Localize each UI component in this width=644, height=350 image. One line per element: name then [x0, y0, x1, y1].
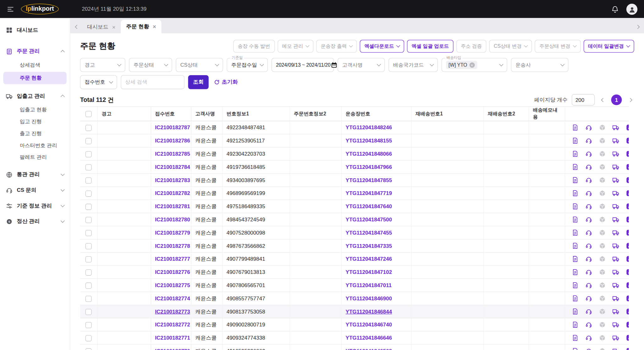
sidebar-item-pallet-mgmt[interactable]: 팔레트 관리: [0, 152, 70, 164]
receipt-link[interactable]: IC2100182787: [151, 121, 191, 134]
package-icon[interactable]: [599, 334, 606, 341]
filter-country-code[interactable]: 배송국가코드: [389, 58, 438, 72]
table-row[interactable]: IC2100182776캐윤스쿨4907679013813YTG11204184…: [80, 265, 629, 279]
receipt-link[interactable]: IC2100182773: [151, 305, 191, 318]
memo-icon[interactable]: [571, 347, 578, 350]
filter-carrier[interactable]: 운송사: [511, 58, 569, 72]
truck-icon[interactable]: [612, 242, 619, 249]
row-checkbox[interactable]: [86, 138, 92, 144]
headset-icon[interactable]: [585, 124, 592, 131]
row-checkbox[interactable]: [86, 164, 92, 170]
package-icon[interactable]: [599, 347, 606, 350]
row-checkbox[interactable]: [86, 282, 92, 289]
receipt-link[interactable]: IC2100182775: [151, 279, 191, 292]
table-row[interactable]: IC2100182780캐윤스쿨4984543724549YTG11204184…: [80, 213, 629, 226]
tracking-link[interactable]: YTG112041848246: [341, 121, 411, 134]
table-row[interactable]: IC2100182773캐윤스쿨4908137753058YTG11204184…: [80, 305, 629, 318]
prev-page-icon[interactable]: [599, 96, 607, 104]
sidebar-item-customs-mgmt[interactable]: 통관 관리: [0, 167, 70, 182]
column-header[interactable]: 운송장번호: [341, 107, 411, 121]
edit-icon[interactable]: [626, 295, 629, 302]
table-row[interactable]: IC2100182782캐윤스쿨4968969569199YTG11204184…: [80, 187, 629, 200]
excel-download-button[interactable]: 엑셀다운로드: [360, 40, 404, 52]
headset-icon[interactable]: [585, 203, 592, 210]
memo-icon[interactable]: [571, 124, 578, 131]
tracking-link[interactable]: YTG112041847335: [341, 239, 411, 253]
app-logo[interactable]: lplinkport: [21, 4, 59, 14]
edit-icon[interactable]: [626, 242, 629, 249]
headset-icon[interactable]: [585, 334, 592, 341]
edit-icon[interactable]: [626, 190, 629, 197]
row-checkbox[interactable]: [86, 243, 92, 249]
row-checkbox[interactable]: [86, 269, 92, 275]
headset-icon[interactable]: [585, 150, 592, 157]
truck-icon[interactable]: [612, 190, 619, 197]
truck-icon[interactable]: [612, 203, 619, 210]
edit-icon[interactable]: [626, 308, 629, 315]
table-row[interactable]: IC2100182771캐윤스쿨4909324774338YTG11204184…: [80, 331, 629, 344]
table-row[interactable]: IC2100182781캐윤스쿨4975186489335YTG11204184…: [80, 200, 629, 213]
package-icon[interactable]: [599, 295, 606, 302]
edit-icon[interactable]: [626, 137, 629, 144]
row-checkbox[interactable]: [86, 309, 92, 315]
table-row[interactable]: IC2100182783캐윤스쿨4934003897695YTG11204184…: [80, 174, 629, 187]
package-icon[interactable]: [599, 229, 606, 236]
memo-icon[interactable]: [571, 282, 578, 289]
reset-button[interactable]: 초기화: [214, 78, 238, 86]
sidebar-item-outbound-progress[interactable]: 출고 진행: [0, 128, 70, 140]
select-all-checkbox[interactable]: [86, 111, 92, 117]
manual-invoice-button[interactable]: 송장 수동 발번: [233, 40, 275, 52]
remove-icon[interactable]: ×: [469, 62, 475, 68]
search-input[interactable]: [121, 75, 184, 89]
receipt-link[interactable]: IC2100182772: [151, 318, 191, 331]
edit-icon[interactable]: [626, 269, 629, 275]
receipt-link[interactable]: IC2100182774: [151, 292, 191, 305]
headset-icon[interactable]: [585, 347, 592, 350]
memo-icon[interactable]: [571, 308, 578, 315]
column-header[interactable]: 접수번호: [151, 107, 191, 121]
data-bulk-change-button[interactable]: 데이터 일괄변경: [584, 40, 634, 52]
memo-icon[interactable]: [571, 164, 578, 170]
address-verify-button[interactable]: 주소 검증: [456, 40, 486, 52]
tracking-link[interactable]: YTG112041848066: [341, 147, 411, 160]
truck-icon[interactable]: [612, 255, 619, 262]
headset-icon[interactable]: [585, 190, 592, 197]
package-icon[interactable]: [599, 150, 606, 157]
memo-mgmt-button[interactable]: 메모 관리: [277, 40, 313, 52]
row-checkbox[interactable]: [86, 217, 92, 223]
tracking-link[interactable]: YTG112041846844: [341, 305, 411, 318]
column-header[interactable]: 재배송번호2: [483, 107, 529, 121]
row-checkbox[interactable]: [86, 335, 92, 341]
page-size-input[interactable]: [572, 94, 595, 106]
package-icon[interactable]: [599, 216, 606, 223]
sidebar-item-inout-status[interactable]: 입출고 현황: [0, 104, 70, 116]
table-row[interactable]: IC2100182784캐윤스쿨4919736618485YTG11204184…: [80, 160, 629, 174]
edit-icon[interactable]: [626, 229, 629, 236]
receipt-link[interactable]: IC2100182780: [151, 213, 191, 226]
sidebar-item-detail-search[interactable]: 상세검색: [0, 59, 70, 71]
memo-icon[interactable]: [571, 137, 578, 144]
column-header[interactable]: 경고: [97, 107, 151, 121]
edit-icon[interactable]: [626, 334, 629, 341]
column-header[interactable]: 고객사명: [191, 107, 222, 121]
cs-status-change-button[interactable]: CS상태 변경: [489, 40, 532, 52]
truck-icon[interactable]: [612, 124, 619, 131]
headset-icon[interactable]: [585, 308, 592, 315]
headset-icon[interactable]: [585, 321, 592, 328]
tab-order-status[interactable]: 주문 현황 ×: [121, 20, 161, 33]
truck-icon[interactable]: [612, 334, 619, 341]
receipt-link[interactable]: IC2100182784: [151, 160, 191, 174]
memo-icon[interactable]: [571, 203, 578, 210]
user-avatar[interactable]: [626, 3, 637, 14]
edit-icon[interactable]: [626, 150, 629, 157]
row-checkbox[interactable]: [86, 125, 92, 131]
table-row[interactable]: IC2100182770캐윤스쿨4910595926062YTG11204184…: [80, 344, 629, 350]
truck-icon[interactable]: [612, 137, 619, 144]
package-icon[interactable]: [599, 203, 606, 210]
tracking-link[interactable]: YTG112041846568: [341, 344, 411, 350]
edit-icon[interactable]: [626, 203, 629, 210]
table-row[interactable]: IC2100182787캐윤스쿨4922348487481YTG11204184…: [80, 121, 629, 134]
package-icon[interactable]: [599, 137, 606, 144]
table-row[interactable]: IC2100182778캐윤스쿨4987673566862YTG11204184…: [80, 239, 629, 253]
row-checkbox[interactable]: [86, 256, 92, 262]
